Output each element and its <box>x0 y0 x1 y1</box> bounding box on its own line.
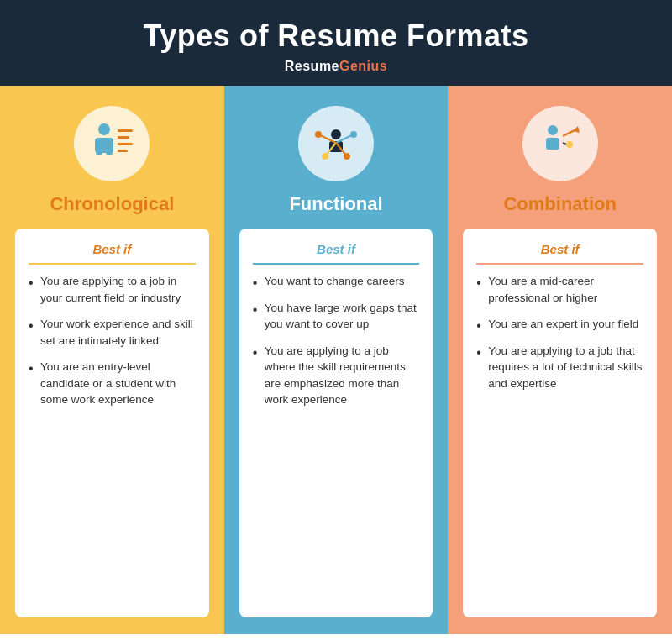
brand-resume: Resume <box>285 59 339 73</box>
columns-wrapper: Chronological Best if You are applying t… <box>0 86 672 634</box>
page-title: Types of Resume Formats <box>17 18 655 54</box>
svg-point-22 <box>566 141 573 148</box>
svg-point-17 <box>344 153 350 160</box>
header: Types of Resume Formats ResumeGenius <box>0 0 672 86</box>
svg-point-18 <box>548 125 558 135</box>
chrono-title: Chronological <box>50 193 174 215</box>
func-best-if: Best if <box>253 242 420 265</box>
combo-icon <box>534 118 586 170</box>
combo-best-if: Best if <box>476 242 643 265</box>
chrono-best-if: Best if <box>29 242 196 265</box>
func-card: Best if You want to change careers You h… <box>239 229 433 617</box>
combo-icon-circle <box>522 106 598 181</box>
svg-rect-19 <box>546 138 559 150</box>
func-title: Functional <box>289 193 382 215</box>
svg-point-8 <box>331 129 341 139</box>
func-bullet-3: You are applying to a job where the skil… <box>253 343 420 408</box>
func-icon-circle <box>298 106 374 181</box>
svg-rect-5 <box>118 136 129 139</box>
svg-point-0 <box>98 123 110 135</box>
combo-bullet-list: You are a mid-career professional or hig… <box>476 273 643 391</box>
chrono-bullet-2: Your work experience and skill set are i… <box>29 316 196 349</box>
chrono-card: Best if You are applying to a job in you… <box>15 229 209 617</box>
svg-point-13 <box>350 131 357 138</box>
svg-point-15 <box>322 153 328 160</box>
svg-line-23 <box>563 143 566 144</box>
combo-card: Best if You are a mid-career professiona… <box>463 229 657 617</box>
svg-point-11 <box>315 131 322 138</box>
col-chronological: Chronological Best if You are applying t… <box>0 86 224 634</box>
col-functional: Functional Best if You want to change ca… <box>224 86 449 634</box>
combo-title: Combination <box>503 193 616 215</box>
chrono-icon-circle <box>74 106 150 181</box>
func-icon <box>310 118 362 170</box>
combo-bullet-2: You are an expert in your field <box>476 316 643 333</box>
svg-rect-3 <box>106 144 113 155</box>
svg-rect-7 <box>118 150 128 152</box>
func-bullet-list: You want to change careers You have larg… <box>253 273 420 408</box>
svg-rect-4 <box>118 129 133 132</box>
brand-genius: Genius <box>339 59 387 73</box>
combo-bullet-3: You are applying to a job that requires … <box>476 343 643 392</box>
chrono-bullet-1: You are applying to a job in your curren… <box>29 273 196 306</box>
svg-rect-2 <box>96 144 102 155</box>
combo-bullet-1: You are a mid-career professional or hig… <box>476 273 643 306</box>
col-combination: Combination Best if You are a mid-career… <box>448 86 672 634</box>
func-bullet-2: You have large work gaps that you want t… <box>253 300 420 333</box>
svg-marker-21 <box>573 126 580 133</box>
svg-rect-6 <box>118 143 133 145</box>
chrono-bullet-list: You are applying to a job in your curren… <box>29 273 196 408</box>
func-bullet-1: You want to change careers <box>253 273 420 290</box>
brand-logo: ResumeGenius <box>17 59 655 74</box>
chrono-icon <box>86 118 138 170</box>
chrono-bullet-3: You are an entry-level candidate or a st… <box>29 359 196 408</box>
